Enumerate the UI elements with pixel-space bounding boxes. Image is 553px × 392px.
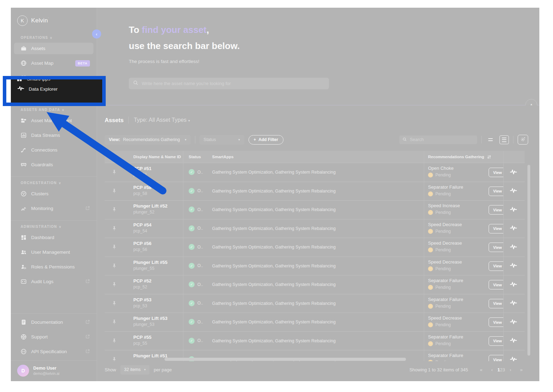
pin-icon[interactable] (112, 244, 117, 251)
view-recommendation-button[interactable]: View (489, 355, 503, 361)
view-recommendation-button[interactable]: View (489, 280, 503, 289)
pagination-page-1[interactable]: 1 (497, 367, 500, 372)
nav-section-header[interactable]: OPERATIONS∨ (11, 32, 97, 43)
recommendation-title: Speed Decrease (428, 259, 462, 265)
pin-icon[interactable] (112, 338, 117, 345)
sidebar-item-roles-permissions[interactable]: Roles & Permissions (14, 261, 93, 273)
waveform-icon (510, 262, 517, 270)
open-data-explorer-cell[interactable] (503, 350, 524, 361)
hero-title-highlight: find your asset (142, 24, 206, 35)
nav-section-header[interactable]: ADMINISTRATION∨ (11, 221, 97, 232)
open-data-explorer-cell[interactable] (503, 201, 524, 219)
pin-icon[interactable] (112, 225, 117, 233)
pagination-prev[interactable]: ‹ (486, 367, 497, 372)
table-row[interactable]: PCP #53pcp_53✓O..Gathering System Optimi… (105, 294, 525, 313)
sidebar-item-dashboard[interactable]: Dashboard (14, 232, 93, 243)
open-data-explorer-cell[interactable] (503, 219, 524, 238)
table-row[interactable]: PCP #55pcp_55✓O..Gathering System Optimi… (105, 331, 525, 350)
status-online-icon: ✓ (189, 188, 195, 194)
pin-icon[interactable] (112, 169, 117, 176)
view-recommendation-button[interactable]: View (489, 187, 503, 196)
open-data-explorer-cell[interactable] (503, 313, 524, 332)
api-icon (21, 349, 27, 355)
status-filter-dropdown[interactable]: Status ▾ (200, 135, 244, 145)
type-filter[interactable]: Type: All Asset Types ▾ (134, 117, 190, 123)
sidebar-item-connections[interactable]: Connections (14, 144, 93, 156)
view-recommendation-button[interactable]: View (489, 336, 503, 346)
horizontal-scrollbar[interactable] (164, 358, 406, 361)
open-data-explorer-cell[interactable] (503, 163, 524, 182)
pin-icon[interactable] (112, 188, 117, 195)
table-row[interactable]: Plunger Lift #53plunger_53✓O..Gathering … (105, 313, 525, 331)
sidebar-item-api-specification[interactable]: API Specification (14, 346, 93, 357)
table-row[interactable]: PCP #58pcp_58✓O..Gathering System Optimi… (105, 182, 525, 201)
nav-section-header[interactable]: ORCHESTRATION∨ (11, 177, 97, 188)
compact-view-toggle[interactable] (486, 135, 495, 144)
sidebar-item-support[interactable]: Support (14, 331, 93, 343)
sidebar-item-assets[interactable]: Assets (14, 43, 93, 54)
view-recommendation-button[interactable]: View (489, 261, 503, 271)
pin-icon[interactable] (112, 263, 117, 270)
pagination-last[interactable]: » (516, 367, 527, 372)
sidebar-item-clusters[interactable]: Clusters (14, 188, 93, 200)
external-link-icon (85, 320, 90, 325)
pin-icon[interactable] (112, 356, 117, 361)
table-row[interactable]: PCP #51pcp_51✓O..Gathering System Optimi… (105, 163, 525, 182)
user-profile[interactable]: D Demo User demo@kelvin.ai (11, 360, 97, 381)
sidebar-item-guardrails[interactable]: Guardrails (14, 159, 93, 170)
list-view-toggle[interactable] (499, 135, 509, 144)
sort-icon[interactable] (487, 155, 491, 159)
add-filter-button[interactable]: +Add Filter (248, 135, 284, 145)
barchart-icon (21, 132, 27, 138)
view-recommendation-button[interactable]: View (489, 243, 503, 252)
open-data-explorer-cell[interactable] (503, 332, 524, 351)
view-filter-dropdown[interactable]: View: Recommendations Gathering ▾ (105, 135, 191, 145)
user-email: demo@kelvin.ai (33, 371, 59, 376)
table-row[interactable]: Plunger Lift #52plunger_52✓O..Gathering … (105, 200, 525, 219)
sidebar-item-asset-map[interactable]: Asset MapBETA (14, 57, 93, 69)
vertical-scrollbar[interactable] (527, 165, 530, 356)
sidebar-collapse-button[interactable]: ‹ (92, 29, 101, 38)
pagination-page-2[interactable]: 2 (500, 367, 503, 372)
pending-icon: ··· (428, 266, 433, 271)
open-data-explorer-cell[interactable] (503, 294, 524, 313)
sidebar-item-monitoring[interactable]: Monitoring (14, 203, 93, 214)
sidebar-item-asset-management[interactable]: Asset Management (14, 115, 93, 126)
column-header-recommendations[interactable]: Recommendations Gathering (428, 151, 491, 163)
table-search-input[interactable] (409, 137, 474, 142)
sidebar-item-audit-logs[interactable]: Audit Logs (14, 276, 93, 287)
smartapps-cell: Gathering System Optimization, Gathering… (212, 282, 419, 287)
asset-search-input[interactable] (141, 80, 325, 86)
sidebar-item-data-streams[interactable]: Data Streams (14, 130, 93, 141)
page: K Kelvin˙ OPERATIONS∨AssetsAsset MapBETA… (0, 0, 553, 392)
view-recommendation-button[interactable]: View (489, 317, 503, 327)
pagination-first[interactable]: « (476, 367, 486, 372)
app-logo[interactable]: K Kelvin˙ (11, 8, 97, 31)
pending-icon: ··· (428, 285, 433, 290)
recommendation-status: Pending (435, 360, 451, 361)
recommendation-status: Pending (435, 173, 451, 177)
pin-icon[interactable] (112, 281, 117, 289)
table-row[interactable]: Plunger Lift #55plunger_55✓O..Gathering … (105, 257, 525, 275)
open-data-explorer-cell[interactable] (503, 275, 524, 294)
pagination-next[interactable]: › (505, 367, 516, 372)
pagination-page-3[interactable]: 3 (503, 367, 505, 372)
recommendation-cell: Separator Failure···PendingView (424, 275, 503, 294)
pin-icon[interactable] (112, 319, 117, 326)
table-row[interactable]: PCP #52pcp_52✓O..Gathering System Optimi… (105, 275, 525, 294)
view-recommendation-button[interactable]: View (489, 299, 503, 308)
open-data-explorer-cell[interactable] (503, 238, 524, 257)
pin-icon[interactable] (112, 206, 117, 214)
table-row[interactable]: PCP #54pcp_54✓O..Gathering System Optimi… (105, 219, 525, 238)
pin-icon[interactable] (112, 300, 117, 308)
view-recommendation-button[interactable]: View (489, 224, 503, 233)
table-row[interactable]: PCP #56pcp_56✓O..Gathering System Optimi… (105, 238, 525, 257)
view-recommendation-button[interactable]: View (489, 205, 503, 215)
sidebar-item-documentation[interactable]: Documentation (14, 316, 93, 328)
view-recommendation-button[interactable]: View (489, 168, 503, 177)
page-size-dropdown[interactable]: 32 items▾ (120, 365, 150, 374)
sidebar-item-user-management[interactable]: User Management (14, 246, 93, 258)
open-data-explorer-cell[interactable] (503, 257, 524, 276)
open-data-explorer-cell[interactable] (503, 182, 524, 201)
table-settings-button[interactable] (518, 135, 528, 145)
